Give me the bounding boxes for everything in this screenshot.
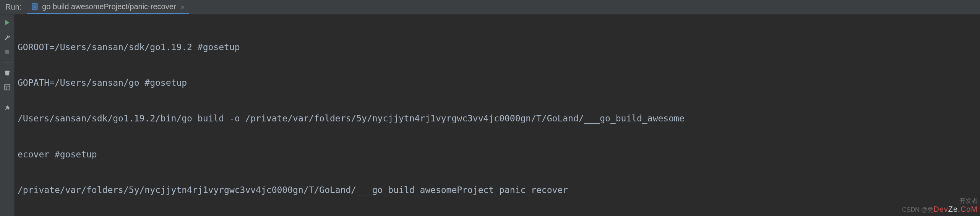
run-panel-label: Run: (0, 3, 27, 11)
stop-icon[interactable] (3, 47, 11, 56)
svg-rect-3 (5, 50, 9, 54)
rerun-icon[interactable] (3, 18, 11, 27)
layout-icon[interactable] (3, 83, 11, 92)
svg-rect-4 (5, 85, 10, 90)
run-toolbar (0, 15, 15, 216)
toolbar-separator (2, 62, 13, 62)
watermark: 开发者 CSDN @凭DevZe.CoM (902, 197, 978, 214)
trash-icon[interactable] (3, 69, 11, 77)
tool-window-header: Run: G go build awesomeProject/panic-rec… (0, 0, 980, 15)
console-line: GOPATH=/Users/sansan/go #gosetup (18, 77, 977, 89)
console-output[interactable]: GOROOT=/Users/sansan/sdk/go1.19.2 #goset… (15, 15, 980, 216)
svg-text:G: G (34, 5, 36, 8)
console-line: /private/var/folders/5y/nycjjytn4rj1vyrg… (18, 184, 977, 196)
go-file-icon: G (31, 3, 38, 10)
watermark-line1: 开发者 (902, 197, 978, 205)
console-line: /Users/sansan/sdk/go1.19.2/bin/go build … (18, 113, 977, 124)
pin-icon[interactable] (3, 104, 11, 113)
watermark-line2: CSDN @凭DevZe.CoM (902, 205, 978, 214)
run-tab-label: go build awesomeProject/panic-recover (42, 2, 176, 11)
console-line: ecover #gosetup (18, 149, 977, 160)
run-tab[interactable]: G go build awesomeProject/panic-recover … (27, 0, 189, 14)
console-line: GOROOT=/Users/sansan/sdk/go1.19.2 #goset… (18, 41, 977, 53)
wrench-icon[interactable] (3, 33, 11, 41)
toolbar-separator (2, 98, 13, 98)
close-icon[interactable]: ✕ (180, 3, 185, 11)
main-area: GOROOT=/Users/sansan/sdk/go1.19.2 #goset… (0, 15, 980, 216)
